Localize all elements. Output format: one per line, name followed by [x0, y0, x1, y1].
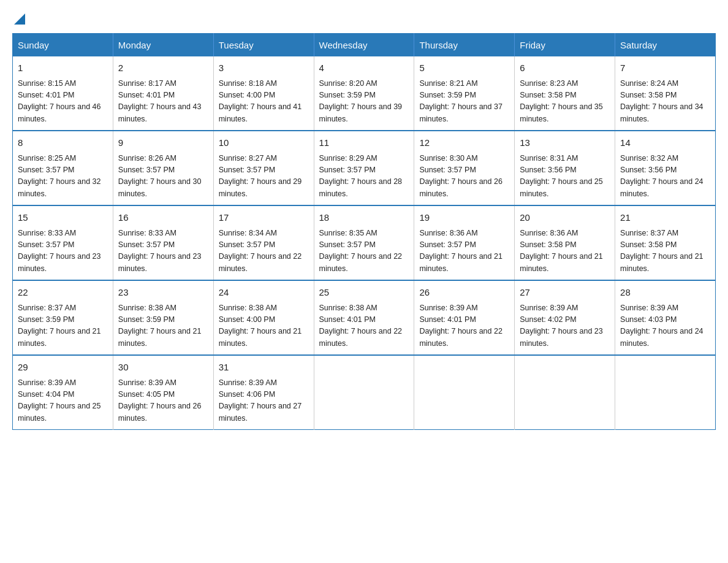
- calendar-week-5: 29 Sunrise: 8:39 AM Sunset: 4:04 PM Dayl…: [13, 355, 716, 430]
- calendar-cell: 20 Sunrise: 8:36 AM Sunset: 3:58 PM Dayl…: [515, 205, 615, 280]
- calendar-cell: 24 Sunrise: 8:38 AM Sunset: 4:00 PM Dayl…: [213, 280, 314, 355]
- day-number: 28: [620, 286, 710, 300]
- day-info: Sunrise: 8:31 AM Sunset: 3:56 PM Dayligh…: [520, 153, 610, 201]
- calendar-cell: 21 Sunrise: 8:37 AM Sunset: 3:58 PM Dayl…: [615, 205, 716, 280]
- day-info: Sunrise: 8:39 AM Sunset: 4:06 PM Dayligh…: [219, 377, 309, 425]
- day-info: Sunrise: 8:34 AM Sunset: 3:57 PM Dayligh…: [219, 228, 309, 275]
- logo: [12, 12, 25, 21]
- calendar-cell: 6 Sunrise: 8:23 AM Sunset: 3:58 PM Dayli…: [515, 56, 615, 131]
- day-info: Sunrise: 8:36 AM Sunset: 3:58 PM Dayligh…: [520, 228, 610, 275]
- calendar-cell: 26 Sunrise: 8:39 AM Sunset: 4:01 PM Dayl…: [414, 280, 515, 355]
- day-number: 12: [419, 136, 509, 150]
- calendar-cell: [615, 355, 716, 430]
- day-number: 14: [620, 136, 710, 150]
- day-number: 31: [219, 361, 309, 375]
- day-info: Sunrise: 8:21 AM Sunset: 3:59 PM Dayligh…: [419, 78, 509, 126]
- calendar-cell: 8 Sunrise: 8:25 AM Sunset: 3:57 PM Dayli…: [13, 131, 113, 205]
- day-number: 25: [319, 286, 409, 300]
- calendar-cell: 31 Sunrise: 8:39 AM Sunset: 4:06 PM Dayl…: [213, 355, 314, 430]
- day-info: Sunrise: 8:39 AM Sunset: 4:01 PM Dayligh…: [419, 302, 509, 350]
- day-info: Sunrise: 8:33 AM Sunset: 3:57 PM Dayligh…: [18, 228, 108, 275]
- day-number: 5: [419, 61, 509, 75]
- day-number: 18: [319, 211, 409, 225]
- calendar-header-row: SundayMondayTuesdayWednesdayThursdayFrid…: [13, 34, 716, 57]
- day-info: Sunrise: 8:39 AM Sunset: 4:02 PM Dayligh…: [520, 302, 610, 350]
- calendar-cell: 3 Sunrise: 8:18 AM Sunset: 4:00 PM Dayli…: [213, 56, 314, 131]
- day-number: 11: [319, 136, 409, 150]
- column-header-sunday: Sunday: [13, 34, 113, 57]
- column-header-friday: Friday: [515, 34, 615, 57]
- calendar-cell: 12 Sunrise: 8:30 AM Sunset: 3:57 PM Dayl…: [414, 131, 515, 205]
- day-info: Sunrise: 8:36 AM Sunset: 3:57 PM Dayligh…: [419, 228, 509, 275]
- day-info: Sunrise: 8:29 AM Sunset: 3:57 PM Dayligh…: [319, 153, 409, 201]
- day-info: Sunrise: 8:38 AM Sunset: 4:01 PM Dayligh…: [319, 302, 409, 350]
- day-number: 2: [118, 61, 208, 75]
- calendar-cell: 28 Sunrise: 8:39 AM Sunset: 4:03 PM Dayl…: [615, 280, 716, 355]
- column-header-saturday: Saturday: [615, 34, 716, 57]
- page-header: [12, 12, 716, 21]
- day-number: 22: [18, 286, 108, 300]
- column-header-tuesday: Tuesday: [213, 34, 314, 57]
- calendar-cell: 18 Sunrise: 8:35 AM Sunset: 3:57 PM Dayl…: [314, 205, 414, 280]
- day-info: Sunrise: 8:20 AM Sunset: 3:59 PM Dayligh…: [319, 78, 409, 126]
- calendar-cell: [414, 355, 515, 430]
- day-number: 6: [520, 61, 610, 75]
- day-number: 16: [118, 211, 208, 225]
- day-number: 15: [18, 211, 108, 225]
- calendar-week-2: 8 Sunrise: 8:25 AM Sunset: 3:57 PM Dayli…: [13, 131, 716, 205]
- calendar-week-1: 1 Sunrise: 8:15 AM Sunset: 4:01 PM Dayli…: [13, 56, 716, 131]
- day-info: Sunrise: 8:30 AM Sunset: 3:57 PM Dayligh…: [419, 153, 509, 201]
- day-info: Sunrise: 8:32 AM Sunset: 3:56 PM Dayligh…: [620, 153, 710, 201]
- calendar-cell: 13 Sunrise: 8:31 AM Sunset: 3:56 PM Dayl…: [515, 131, 615, 205]
- calendar-cell: 7 Sunrise: 8:24 AM Sunset: 3:58 PM Dayli…: [615, 56, 716, 131]
- day-info: Sunrise: 8:37 AM Sunset: 3:59 PM Dayligh…: [18, 302, 108, 350]
- column-header-monday: Monday: [113, 34, 213, 57]
- calendar-cell: 2 Sunrise: 8:17 AM Sunset: 4:01 PM Dayli…: [113, 56, 213, 131]
- day-info: Sunrise: 8:39 AM Sunset: 4:04 PM Dayligh…: [18, 377, 108, 425]
- day-info: Sunrise: 8:39 AM Sunset: 4:03 PM Dayligh…: [620, 302, 710, 350]
- day-number: 20: [520, 211, 610, 225]
- calendar-cell: 22 Sunrise: 8:37 AM Sunset: 3:59 PM Dayl…: [13, 280, 113, 355]
- column-header-thursday: Thursday: [414, 34, 515, 57]
- calendar-week-3: 15 Sunrise: 8:33 AM Sunset: 3:57 PM Dayl…: [13, 205, 716, 280]
- day-info: Sunrise: 8:18 AM Sunset: 4:00 PM Dayligh…: [219, 78, 309, 126]
- day-number: 26: [419, 286, 509, 300]
- calendar-cell: 16 Sunrise: 8:33 AM Sunset: 3:57 PM Dayl…: [113, 205, 213, 280]
- column-header-wednesday: Wednesday: [314, 34, 414, 57]
- day-number: 10: [219, 136, 309, 150]
- calendar-cell: 17 Sunrise: 8:34 AM Sunset: 3:57 PM Dayl…: [213, 205, 314, 280]
- day-number: 4: [319, 61, 409, 75]
- calendar-cell: [314, 355, 414, 430]
- day-number: 27: [520, 286, 610, 300]
- day-info: Sunrise: 8:38 AM Sunset: 3:59 PM Dayligh…: [118, 302, 208, 350]
- day-number: 29: [18, 361, 108, 375]
- day-info: Sunrise: 8:23 AM Sunset: 3:58 PM Dayligh…: [520, 78, 610, 126]
- day-info: Sunrise: 8:33 AM Sunset: 3:57 PM Dayligh…: [118, 228, 208, 275]
- day-info: Sunrise: 8:25 AM Sunset: 3:57 PM Dayligh…: [18, 153, 108, 201]
- day-info: Sunrise: 8:24 AM Sunset: 3:58 PM Dayligh…: [620, 78, 710, 126]
- calendar-week-4: 22 Sunrise: 8:37 AM Sunset: 3:59 PM Dayl…: [13, 280, 716, 355]
- logo-triangle-icon: [14, 13, 25, 25]
- day-info: Sunrise: 8:26 AM Sunset: 3:57 PM Dayligh…: [118, 153, 208, 201]
- day-number: 7: [620, 61, 710, 75]
- day-info: Sunrise: 8:38 AM Sunset: 4:00 PM Dayligh…: [219, 302, 309, 350]
- calendar-cell: 10 Sunrise: 8:27 AM Sunset: 3:57 PM Dayl…: [213, 131, 314, 205]
- day-info: Sunrise: 8:39 AM Sunset: 4:05 PM Dayligh…: [118, 377, 208, 425]
- day-number: 30: [118, 361, 208, 375]
- calendar-cell: 19 Sunrise: 8:36 AM Sunset: 3:57 PM Dayl…: [414, 205, 515, 280]
- calendar-cell: 15 Sunrise: 8:33 AM Sunset: 3:57 PM Dayl…: [13, 205, 113, 280]
- calendar-table: SundayMondayTuesdayWednesdayThursdayFrid…: [12, 33, 716, 430]
- day-number: 21: [620, 211, 710, 225]
- day-number: 3: [219, 61, 309, 75]
- calendar-cell: 29 Sunrise: 8:39 AM Sunset: 4:04 PM Dayl…: [13, 355, 113, 430]
- calendar-cell: 4 Sunrise: 8:20 AM Sunset: 3:59 PM Dayli…: [314, 56, 414, 131]
- day-info: Sunrise: 8:27 AM Sunset: 3:57 PM Dayligh…: [219, 153, 309, 201]
- day-number: 8: [18, 136, 108, 150]
- calendar-cell: 5 Sunrise: 8:21 AM Sunset: 3:59 PM Dayli…: [414, 56, 515, 131]
- calendar-cell: 14 Sunrise: 8:32 AM Sunset: 3:56 PM Dayl…: [615, 131, 716, 205]
- calendar-cell: 1 Sunrise: 8:15 AM Sunset: 4:01 PM Dayli…: [13, 56, 113, 131]
- svg-marker-0: [14, 13, 25, 25]
- day-info: Sunrise: 8:17 AM Sunset: 4:01 PM Dayligh…: [118, 78, 208, 126]
- calendar-cell: 9 Sunrise: 8:26 AM Sunset: 3:57 PM Dayli…: [113, 131, 213, 205]
- day-info: Sunrise: 8:15 AM Sunset: 4:01 PM Dayligh…: [18, 78, 108, 126]
